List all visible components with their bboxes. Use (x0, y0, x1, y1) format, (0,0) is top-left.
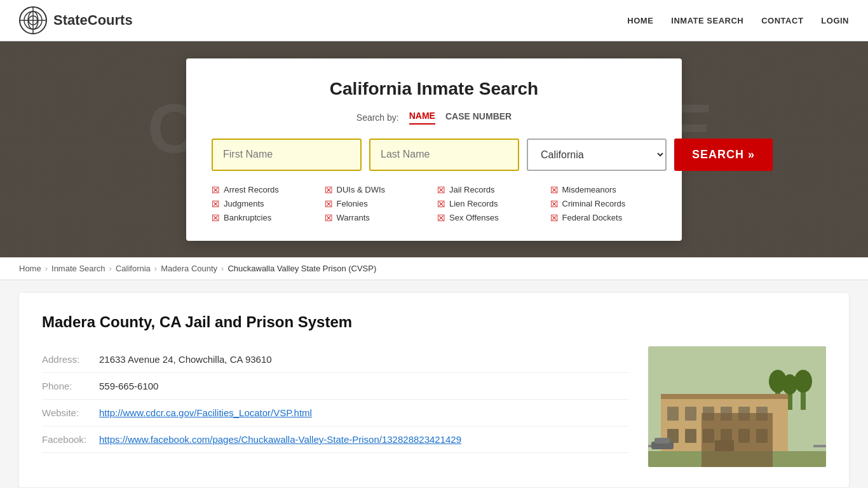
check-icon: ☒ (550, 213, 559, 223)
svg-rect-23 (721, 429, 732, 443)
breadcrumb-sep-4: › (221, 264, 224, 273)
checkbox-criminal-records: ☒ Criminal Records (550, 199, 657, 209)
svg-rect-18 (738, 407, 750, 421)
last-name-input[interactable] (369, 139, 519, 171)
nav-home[interactable]: HOME (627, 16, 653, 25)
checkbox-warrants: ☒ Warrants (325, 213, 431, 223)
facebook-label: Facebook: (42, 434, 99, 445)
address-label: Address: (42, 354, 99, 365)
checkbox-label: Bankruptcies (224, 213, 271, 222)
check-icon: ☒ (437, 213, 445, 223)
svg-rect-14 (667, 407, 679, 421)
facebook-row: Facebook: https://www.facebook.com/pages… (42, 426, 629, 453)
content-title: Madera County, CA Jail and Prison System (42, 313, 826, 331)
svg-rect-25 (756, 429, 768, 443)
phone-row: Phone: 559-665-6100 (42, 373, 629, 400)
breadcrumb-home[interactable]: Home (19, 264, 41, 273)
svg-rect-15 (685, 407, 696, 421)
check-icon: ☒ (550, 185, 559, 195)
breadcrumb-california[interactable]: California (116, 264, 151, 273)
svg-rect-21 (685, 429, 696, 443)
phone-value: 559-665-6100 (99, 381, 158, 391)
first-name-input[interactable] (212, 139, 362, 171)
svg-rect-17 (721, 407, 732, 421)
breadcrumb-current: Chuckawalla Valley State Prison (CVSP) (227, 264, 376, 273)
website-link[interactable]: http://www.cdcr.ca.gov/Facilities_Locato… (99, 407, 312, 418)
svg-rect-13 (661, 397, 788, 454)
checkbox-duis-dwis: ☒ DUIs & DWIs (325, 185, 431, 195)
check-icon: ☒ (325, 185, 333, 195)
search-by-label: Search by: (356, 112, 399, 123)
check-icon: ☒ (212, 185, 220, 195)
checkbox-label: Lien Records (449, 199, 498, 208)
svg-rect-32 (654, 438, 670, 444)
checkbox-sex-offenses: ☒ Sex Offenses (437, 213, 544, 223)
breadcrumb-madera-county[interactable]: Madera County (161, 264, 217, 273)
search-by-row: Search by: NAME CASE NUMBER (212, 111, 656, 125)
breadcrumb-inmate-search[interactable]: Inmate Search (51, 264, 105, 273)
svg-rect-16 (703, 407, 714, 421)
checkbox-label: Warrants (337, 213, 370, 222)
search-card-title: California Inmate Search (212, 79, 656, 99)
checkbox-bankruptcies: ☒ Bankruptcies (212, 213, 318, 223)
website-label: Website: (42, 407, 99, 418)
check-icon: ☒ (437, 199, 445, 209)
svg-rect-26 (661, 394, 788, 399)
breadcrumb-sep-1: › (45, 264, 48, 273)
svg-rect-24 (738, 429, 750, 443)
check-icon: ☒ (550, 199, 559, 209)
logo-text: StateCourts (53, 12, 133, 29)
nav-login[interactable]: LOGIN (821, 16, 849, 25)
nav-contact[interactable]: CONTACT (761, 16, 803, 25)
checkbox-felonies: ☒ Felonies (325, 199, 431, 209)
check-icon: ☒ (325, 213, 333, 223)
checkbox-federal-dockets: ☒ Federal Dockets (550, 213, 657, 223)
breadcrumb-sep-3: › (154, 264, 157, 273)
search-button[interactable]: SEARCH » (674, 139, 773, 171)
checkbox-label: Misdemeanors (562, 185, 616, 194)
checkbox-label: Felonies (337, 199, 368, 208)
checkbox-arrest-records: ☒ Arrest Records (212, 185, 318, 195)
breadcrumb: Home › Inmate Search › California › Made… (0, 257, 868, 280)
hero-section: California Inmate Search Search by: NAME… (0, 41, 868, 257)
check-icon: ☒ (325, 199, 333, 209)
checkbox-misdemeanors: ☒ Misdemeanors (550, 185, 657, 195)
prison-image (648, 346, 826, 467)
nav-inmate-search[interactable]: INMATE SEARCH (671, 16, 743, 25)
check-icon: ☒ (212, 199, 220, 209)
svg-rect-29 (813, 445, 826, 447)
checkbox-label: Federal Dockets (562, 213, 623, 222)
svg-point-12 (794, 370, 812, 393)
svg-rect-22 (703, 429, 714, 443)
breadcrumb-sep-2: › (109, 264, 112, 273)
logo-icon (19, 6, 47, 34)
phone-label: Phone: (42, 381, 99, 391)
logo-area[interactable]: StateCourts (19, 6, 133, 34)
state-select[interactable]: Alabama Alaska Arizona Arkansas Californ… (527, 139, 667, 171)
check-icon: ☒ (437, 185, 445, 195)
checkbox-label: Judgments (224, 199, 264, 208)
main-nav: HOME INMATE SEARCH CONTACT LOGIN (627, 16, 849, 25)
checkbox-judgments: ☒ Judgments (212, 199, 318, 209)
svg-rect-27 (715, 440, 734, 454)
check-icon: ☒ (212, 213, 220, 223)
search-inputs-row: Alabama Alaska Arizona Arkansas Californ… (212, 139, 656, 171)
checkbox-label: Criminal Records (562, 199, 626, 208)
tab-name[interactable]: NAME (409, 111, 435, 125)
checkbox-label: Jail Records (449, 185, 495, 194)
main-content: Madera County, CA Jail and Prison System… (0, 280, 868, 488)
checkbox-jail-records: ☒ Jail Records (437, 185, 544, 195)
address-row: Address: 21633 Avenue 24, Chowchilla, CA… (42, 346, 629, 373)
checkbox-label: DUIs & DWIs (337, 185, 386, 194)
svg-rect-30 (648, 451, 826, 467)
search-card: California Inmate Search Search by: NAME… (186, 58, 682, 241)
site-header: StateCourts HOME INMATE SEARCH CONTACT L… (0, 0, 868, 41)
checkbox-grid: ☒ Arrest Records ☒ DUIs & DWIs ☒ Jail Re… (212, 185, 656, 223)
facebook-link[interactable]: https://www.facebook.com/pages/Chuckawal… (99, 434, 461, 445)
content-card: Madera County, CA Jail and Prison System… (19, 293, 849, 487)
checkbox-label: Sex Offenses (449, 213, 499, 222)
info-details: Address: 21633 Avenue 24, Chowchilla, CA… (42, 346, 629, 453)
info-section: Address: 21633 Avenue 24, Chowchilla, CA… (42, 346, 826, 467)
checkbox-label: Arrest Records (224, 185, 279, 194)
tab-case-number[interactable]: CASE NUMBER (445, 111, 512, 124)
